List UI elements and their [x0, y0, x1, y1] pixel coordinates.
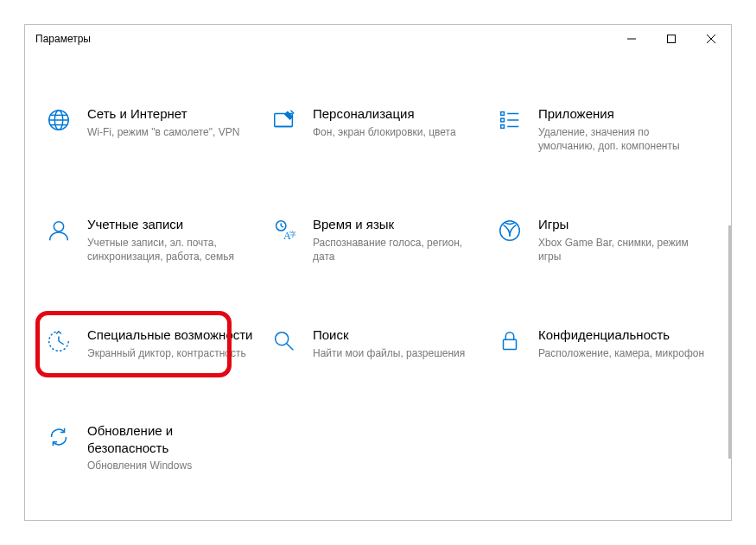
tile-body: Игры Xbox Game Bar, снимки, режим игры	[538, 216, 707, 264]
tile-time-language[interactable]: A字 Время и язык Распознавание голоса, ре…	[270, 211, 486, 269]
person-icon	[44, 216, 73, 245]
svg-rect-13	[501, 118, 505, 122]
globe-icon	[44, 105, 73, 135]
tile-update-security[interactable]: Обновление и безопасность Обновления Win…	[44, 417, 261, 478]
svg-rect-14	[501, 125, 505, 129]
apps-list-icon	[495, 105, 524, 135]
tile-body: Поиск Найти мои файлы, разрешения	[313, 326, 481, 360]
sync-icon	[44, 422, 73, 452]
tile-title: Время и язык	[313, 216, 481, 233]
tile-accounts[interactable]: Учетные записи Учетные записи, эл. почта…	[44, 211, 261, 269]
maximize-button[interactable]	[651, 25, 691, 53]
lock-icon	[495, 326, 524, 356]
ease-of-access-icon	[44, 326, 73, 356]
svg-text:字: 字	[289, 230, 296, 238]
tile-title: Персонализация	[313, 105, 481, 123]
svg-line-21	[281, 225, 283, 227]
tile-body: Учетные записи Учетные записи, эл. почта…	[87, 216, 256, 264]
minimize-button[interactable]	[612, 25, 651, 53]
tile-subtitle: Обновления Windows	[87, 459, 256, 473]
tile-title: Конфиденциальность	[538, 326, 707, 344]
paintbrush-icon	[270, 105, 299, 135]
search-icon	[270, 326, 299, 356]
time-language-icon: A字	[270, 216, 299, 245]
tile-subtitle: Учетные записи, эл. почта, синхронизация…	[87, 236, 256, 265]
tile-personalization[interactable]: Персонализация Фон, экран блокировки, цв…	[270, 100, 486, 159]
svg-rect-1	[668, 35, 676, 43]
svg-line-28	[287, 344, 294, 351]
tile-body: Обновление и безопасность Обновления Win…	[87, 422, 256, 473]
tile-body: Время и язык Распознавание голоса, регио…	[313, 216, 481, 264]
tile-ease-of-access[interactable]: Специальные возможности Экранный диктор,…	[44, 321, 261, 365]
content-area: Сеть и Интернет Wi-Fi, режим "в самолете…	[25, 53, 731, 520]
scrollbar[interactable]	[728, 225, 731, 459]
svg-rect-29	[504, 339, 517, 349]
tile-network[interactable]: Сеть и Интернет Wi-Fi, режим "в самолете…	[44, 100, 261, 159]
tile-title: Приложения	[538, 105, 707, 123]
window-controls	[612, 25, 731, 53]
tile-title: Поиск	[313, 326, 481, 344]
svg-point-18	[54, 222, 63, 231]
titlebar: Параметры	[25, 25, 731, 53]
tile-title: Обновление и безопасность	[87, 422, 256, 456]
tile-body: Специальные возможности Экранный диктор,…	[87, 326, 256, 360]
tile-body: Сеть и Интернет Wi-Fi, режим "в самолете…	[87, 105, 256, 139]
tile-gaming[interactable]: Игры Xbox Game Bar, снимки, режим игры	[495, 211, 712, 269]
svg-point-27	[276, 333, 289, 345]
svg-line-26	[59, 341, 64, 345]
tile-title: Специальные возможности	[87, 326, 256, 344]
tile-subtitle: Удаление, значения по умолчанию, доп. ко…	[538, 125, 707, 155]
xbox-icon	[495, 216, 524, 245]
window-title: Параметры	[35, 33, 91, 45]
settings-window: Параметры Сеть и Интернет Wi-Fi, реж	[24, 24, 732, 521]
tile-body: Персонализация Фон, экран блокировки, цв…	[313, 105, 481, 139]
tile-body: Приложения Удаление, значения по умолчан…	[538, 105, 707, 154]
settings-grid: Сеть и Интернет Wi-Fi, режим "в самолете…	[44, 100, 712, 478]
tile-body: Конфиденциальность Расположение, камера,…	[538, 326, 707, 360]
tile-title: Игры	[538, 216, 707, 233]
tile-subtitle: Xbox Game Bar, снимки, режим игры	[538, 236, 707, 265]
tile-privacy[interactable]: Конфиденциальность Расположение, камера,…	[495, 321, 712, 365]
tile-apps[interactable]: Приложения Удаление, значения по умолчан…	[495, 100, 712, 159]
tile-search[interactable]: Поиск Найти мои файлы, разрешения	[270, 321, 486, 365]
tile-subtitle: Wi-Fi, режим "в самолете", VPN	[87, 125, 256, 140]
tile-subtitle: Расположение, камера, микрофон	[538, 346, 707, 361]
close-button[interactable]	[691, 25, 731, 53]
tile-subtitle: Экранный диктор, контрастность	[87, 346, 256, 361]
tile-subtitle: Найти мои файлы, разрешения	[313, 346, 481, 361]
tile-subtitle: Фон, экран блокировки, цвета	[313, 125, 481, 140]
tile-subtitle: Распознавание голоса, регион, дата	[313, 236, 481, 265]
tile-title: Сеть и Интернет	[87, 105, 256, 123]
svg-rect-12	[501, 112, 505, 116]
tile-title: Учетные записи	[87, 216, 256, 233]
